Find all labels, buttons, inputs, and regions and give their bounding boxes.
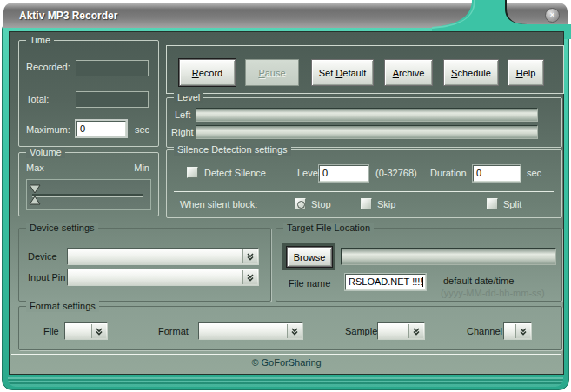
volume-slider-thumb[interactable] [29, 184, 41, 205]
set-default-button[interactable]: Set Default [311, 59, 374, 86]
record-button[interactable]: Record [179, 59, 236, 86]
maximum-unit-label: sec [135, 124, 149, 135]
target-file-location-group: Target File Location Browse File name RS… [276, 228, 562, 302]
recorded-label: Recorded: [26, 62, 70, 72]
format-settings-group: Format settings File Format [18, 306, 562, 350]
window-title: Aktiv MP3 Recorder [19, 10, 117, 22]
format-label: Format [158, 326, 189, 336]
volume-max-label: Max [26, 163, 44, 173]
chevron-down-icon [412, 327, 421, 336]
silence-level-input[interactable]: 0 [319, 165, 368, 182]
time-group-label: Time [26, 35, 54, 46]
silence-level-range-label: (0-32768) [375, 168, 417, 178]
toolbar-panel: Record Pause Set Default Archive Schedul… [166, 45, 564, 94]
text-caret [422, 277, 423, 287]
schedule-button[interactable]: Schedule [443, 59, 499, 86]
stop-radio[interactable] [295, 198, 306, 209]
browse-button[interactable]: Browse [287, 247, 332, 267]
channel-dropdown-button[interactable] [515, 324, 530, 338]
silence-duration-input[interactable]: 0 [473, 165, 521, 182]
input-pin-dropdown[interactable] [67, 269, 259, 286]
level-group: Level Left Right [166, 97, 562, 148]
level-group-label: Level [174, 92, 203, 103]
sample-dropdown[interactable] [377, 322, 425, 340]
volume-group-label: Volume [26, 147, 65, 158]
format-group-label: Format settings [26, 301, 99, 312]
volume-slider-track[interactable] [32, 194, 143, 197]
app-window: Aktiv MP3 Recorder × Time Recorded: Tota… [0, 0, 571, 392]
device-dropdown[interactable] [67, 248, 259, 265]
sample-label: Sample [345, 326, 377, 336]
main-content: Time Recorded: Total: Maximum: 0 sec Rec… [9, 31, 564, 375]
device-group-label: Device settings [26, 223, 98, 234]
help-button[interactable]: Help [508, 59, 544, 86]
detect-silence-label: Detect Silence [204, 168, 266, 178]
chevron-down-icon [246, 273, 255, 282]
silence-detection-group: Silence Detection settings Detect Silenc… [166, 149, 562, 218]
file-dropdown[interactable] [64, 322, 108, 340]
footer-divider [11, 354, 561, 355]
target-group-label: Target File Location [283, 223, 374, 234]
file-name-input[interactable]: RSLOAD.NET !!!! [345, 274, 426, 290]
silence-level-label: Level [297, 168, 320, 178]
level-left-meter [196, 108, 538, 122]
split-label: Split [503, 199, 521, 209]
input-pin-dropdown-button[interactable] [242, 270, 257, 284]
volume-slider[interactable] [26, 179, 151, 210]
time-group: Time Recorded: Total: Maximum: 0 sec [18, 40, 159, 147]
copyright-text: © GoForSharing [10, 357, 563, 368]
silence-duration-unit-label: sec [527, 168, 541, 178]
file-name-label: File name [289, 278, 330, 289]
close-icon: × [550, 10, 554, 19]
chevron-down-icon [290, 327, 299, 336]
format-dropdown[interactable] [198, 322, 303, 340]
close-button[interactable]: × [545, 8, 560, 23]
device-label: Device [28, 251, 57, 262]
format-dropdown-button[interactable] [287, 324, 302, 338]
total-label: Total: [26, 94, 49, 104]
sample-dropdown-button[interactable] [408, 324, 423, 338]
split-checkbox[interactable] [487, 198, 498, 209]
device-settings-group: Device settings Device Input Pin [18, 228, 271, 302]
level-right-meter [196, 125, 538, 139]
chevron-down-icon [246, 252, 255, 261]
chevron-down-icon [95, 327, 103, 336]
channel-label: Channel [467, 326, 502, 336]
detect-silence-checkbox[interactable] [187, 167, 198, 178]
archive-button[interactable]: Archive [384, 59, 433, 86]
volume-min-label: Min [134, 163, 149, 173]
skip-checkbox[interactable] [361, 198, 372, 209]
volume-group: Volume Max Min [18, 152, 159, 216]
level-left-label: Left [175, 110, 190, 120]
silence-duration-label: Duration [430, 168, 467, 178]
datetime-format-hint: (yyyy-MM-dd-hh-mm-ss) [441, 288, 545, 298]
file-dropdown-button[interactable] [91, 324, 106, 338]
file-label: File [43, 326, 59, 336]
maximum-label: Maximum: [26, 124, 70, 135]
skip-label: Skip [377, 199, 395, 209]
target-path-field[interactable] [341, 248, 556, 265]
channel-dropdown[interactable] [503, 322, 532, 340]
level-right-label: Right [171, 127, 194, 137]
pause-button: Pause [245, 59, 299, 86]
input-pin-label: Input Pin [28, 272, 65, 282]
default-datetime-hint: default date/time [443, 276, 514, 286]
chevron-down-icon [519, 327, 528, 336]
device-dropdown-button[interactable] [242, 249, 257, 263]
silence-divider [174, 191, 554, 192]
when-silent-block-label: When silent block: [180, 199, 257, 209]
silence-group-label: Silence Detection settings [174, 144, 291, 156]
total-time-display [76, 91, 149, 108]
recorded-time-display [76, 60, 149, 76]
stop-label: Stop [311, 199, 331, 209]
maximum-time-input[interactable]: 0 [76, 121, 126, 136]
